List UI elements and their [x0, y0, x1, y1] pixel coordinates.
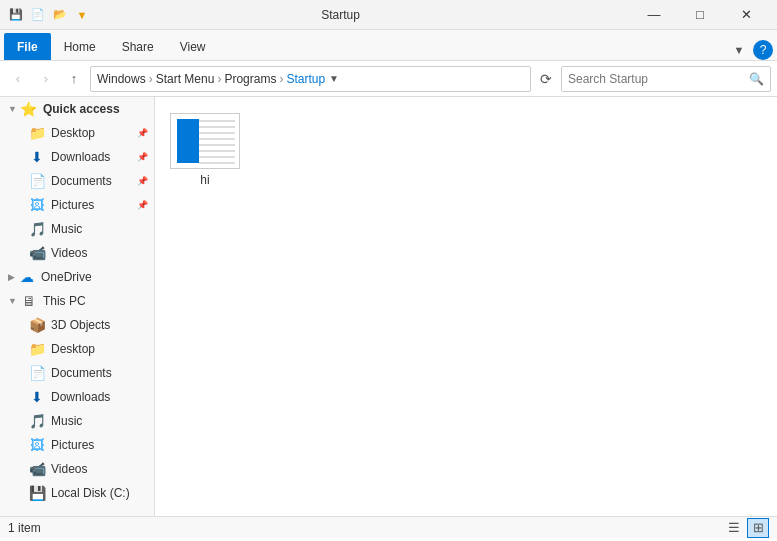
- search-box[interactable]: 🔍: [561, 66, 771, 92]
- sidebar-videos2-label: Videos: [51, 462, 148, 476]
- refresh-button[interactable]: ⟳: [535, 68, 557, 90]
- sidebar-item-pictures2[interactable]: 🖼 Pictures: [0, 433, 154, 457]
- expand-icon: ▼: [8, 104, 17, 114]
- downloads-icon: ⬇: [28, 148, 46, 166]
- file-item-hi[interactable]: hi: [165, 107, 245, 193]
- pictures-icon: 🖼: [28, 196, 46, 214]
- tab-view[interactable]: View: [167, 33, 219, 60]
- item-count: 1 item: [8, 521, 41, 535]
- desktop2-folder-icon: 📁: [28, 340, 46, 358]
- pin-icon-3: 📌: [137, 176, 148, 186]
- ribbon-tabs: File Home Share View ▼ ?: [0, 30, 777, 60]
- up-button[interactable]: ↑: [62, 67, 86, 91]
- status-bar: 1 item ☰ ⊞: [0, 516, 777, 538]
- help-button[interactable]: ?: [753, 40, 773, 60]
- thispc-icon: 🖥: [20, 292, 38, 310]
- sidebar-thispc[interactable]: ▼ 🖥 This PC: [0, 289, 154, 313]
- window-icon-save: 💾: [8, 7, 24, 23]
- sidebar-quickaccess-header[interactable]: ▼ ⭐ Quick access: [0, 97, 154, 121]
- breadcrumb-windows[interactable]: Windows: [97, 72, 146, 86]
- ribbon: File Home Share View ▼ ?: [0, 30, 777, 61]
- address-bar: ‹ › ↑ Windows › Start Menu › Programs › …: [0, 61, 777, 97]
- file-blue-block: [177, 119, 199, 163]
- sidebar-item-desktop[interactable]: 📁 Desktop 📌: [0, 121, 154, 145]
- sidebar-onedrive[interactable]: ▶ ☁ OneDrive: [0, 265, 154, 289]
- sidebar-pictures-label: Pictures: [51, 198, 135, 212]
- music2-icon: 🎵: [28, 412, 46, 430]
- sidebar-item-videos[interactable]: 📹 Videos: [0, 241, 154, 265]
- view-details-button[interactable]: ☰: [723, 518, 745, 538]
- view-tiles-button[interactable]: ⊞: [747, 518, 769, 538]
- sidebar-item-pictures[interactable]: 🖼 Pictures 📌: [0, 193, 154, 217]
- sidebar-downloads2-label: Downloads: [51, 390, 148, 404]
- address-path[interactable]: Windows › Start Menu › Programs › Startu…: [90, 66, 531, 92]
- thispc-expand-icon: ▼: [8, 296, 17, 306]
- quickaccess-icon: ⭐: [20, 100, 38, 118]
- sidebar-item-music2[interactable]: 🎵 Music: [0, 409, 154, 433]
- localdisk-icon: 💾: [28, 484, 46, 502]
- pin-icon: 📌: [137, 128, 148, 138]
- sidebar-desktop2-label: Desktop: [51, 342, 148, 356]
- downloads2-icon: ⬇: [28, 388, 46, 406]
- breadcrumb-programs[interactable]: Programs: [224, 72, 276, 86]
- close-button[interactable]: ✕: [723, 0, 769, 30]
- videos-icon: 📹: [28, 244, 46, 262]
- doc-thumbnail: [170, 113, 240, 169]
- sidebar-desktop-label: Desktop: [51, 126, 135, 140]
- onedrive-expand-icon: ▶: [8, 272, 15, 282]
- window-title: Startup: [50, 8, 631, 22]
- sidebar: ▼ ⭐ Quick access 📁 Desktop 📌 ⬇ Downloads…: [0, 97, 155, 516]
- sidebar-item-music[interactable]: 🎵 Music: [0, 217, 154, 241]
- window-icon-new: 📄: [30, 7, 46, 23]
- sidebar-documents-label: Documents: [51, 174, 135, 188]
- sidebar-item-videos2[interactable]: 📹 Videos: [0, 457, 154, 481]
- maximize-button[interactable]: □: [677, 0, 723, 30]
- file-label-hi: hi: [200, 173, 209, 187]
- sidebar-localdisk-label: Local Disk (C:): [51, 486, 148, 500]
- sidebar-music2-label: Music: [51, 414, 148, 428]
- breadcrumb-startmenu[interactable]: Start Menu: [156, 72, 215, 86]
- back-button[interactable]: ‹: [6, 67, 30, 91]
- sidebar-3dobjects-label: 3D Objects: [51, 318, 148, 332]
- sidebar-onedrive-label: OneDrive: [41, 270, 148, 284]
- documents-icon: 📄: [28, 172, 46, 190]
- sidebar-item-downloads2[interactable]: ⬇ Downloads: [0, 385, 154, 409]
- ribbon-collapse-button[interactable]: ▼: [729, 40, 749, 60]
- sidebar-documents2-label: Documents: [51, 366, 148, 380]
- pin-icon-4: 📌: [137, 200, 148, 210]
- sidebar-item-documents2[interactable]: 📄 Documents: [0, 361, 154, 385]
- desktop-folder-icon: 📁: [28, 124, 46, 142]
- sidebar-item-3dobjects[interactable]: 📦 3D Objects: [0, 313, 154, 337]
- documents2-icon: 📄: [28, 364, 46, 382]
- music-icon: 🎵: [28, 220, 46, 238]
- pin-icon-2: 📌: [137, 152, 148, 162]
- sidebar-videos-label: Videos: [51, 246, 148, 260]
- search-icon: 🔍: [749, 72, 764, 86]
- sidebar-thispc-label: This PC: [43, 294, 148, 308]
- onedrive-icon: ☁: [18, 268, 36, 286]
- breadcrumb-startup[interactable]: Startup: [286, 72, 325, 86]
- tab-home[interactable]: Home: [51, 33, 109, 60]
- sidebar-pictures2-label: Pictures: [51, 438, 148, 452]
- file-area: hi: [155, 97, 777, 516]
- sidebar-item-desktop2[interactable]: 📁 Desktop: [0, 337, 154, 361]
- view-toggle: ☰ ⊞: [723, 518, 769, 538]
- sidebar-item-localdisk[interactable]: 💾 Local Disk (C:): [0, 481, 154, 505]
- sidebar-item-documents[interactable]: 📄 Documents 📌: [0, 169, 154, 193]
- sidebar-downloads-label: Downloads: [51, 150, 135, 164]
- 3dobjects-icon: 📦: [28, 316, 46, 334]
- pictures2-icon: 🖼: [28, 436, 46, 454]
- file-icon-hi: [170, 113, 240, 169]
- forward-button[interactable]: ›: [34, 67, 58, 91]
- tab-file[interactable]: File: [4, 33, 51, 60]
- quickaccess-label: Quick access: [43, 102, 148, 116]
- videos2-icon: 📹: [28, 460, 46, 478]
- search-input[interactable]: [568, 72, 745, 86]
- tab-share[interactable]: Share: [109, 33, 167, 60]
- sidebar-item-downloads[interactable]: ⬇ Downloads 📌: [0, 145, 154, 169]
- minimize-button[interactable]: —: [631, 0, 677, 30]
- sidebar-music-label: Music: [51, 222, 148, 236]
- main-layout: ▼ ⭐ Quick access 📁 Desktop 📌 ⬇ Downloads…: [0, 97, 777, 516]
- window-controls: — □ ✕: [631, 0, 769, 30]
- title-bar: 💾 📄 📂 ▼ Startup — □ ✕: [0, 0, 777, 30]
